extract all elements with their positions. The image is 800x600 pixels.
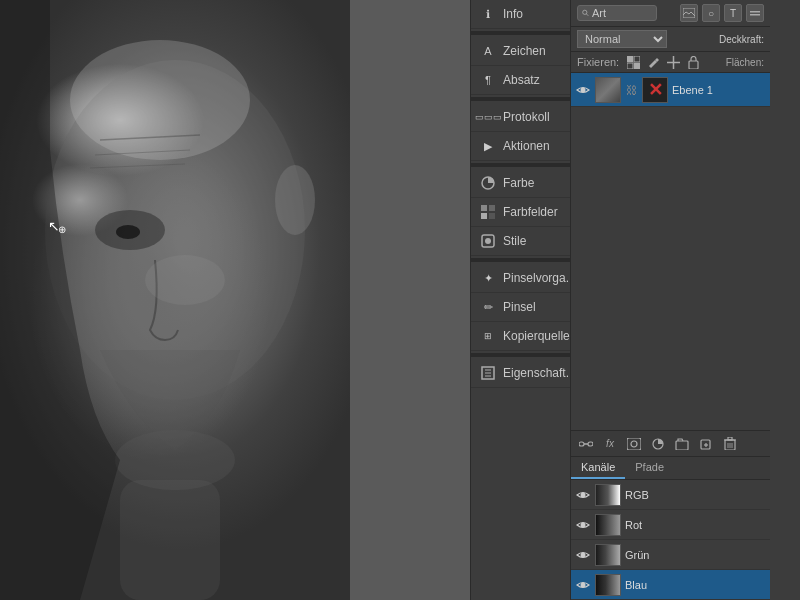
- flachen-label: Flächen:: [726, 57, 764, 68]
- channel-row-rgb[interactable]: RGB: [571, 480, 770, 510]
- text-icon-btn[interactable]: T: [724, 4, 742, 22]
- link-layers-button[interactable]: [575, 434, 597, 454]
- search-input[interactable]: [592, 7, 652, 19]
- blend-mode-select[interactable]: Normal: [577, 30, 667, 48]
- layer-visibility-toggle[interactable]: [575, 82, 591, 98]
- panel-item-pinselvorga[interactable]: ✦ Pinselvorga...: [471, 264, 570, 293]
- blau-visibility[interactable]: [575, 577, 591, 593]
- svg-rect-7: [120, 480, 220, 600]
- gruen-visibility[interactable]: [575, 547, 591, 563]
- rgb-thumbnail: [595, 484, 621, 506]
- image-icon-btn[interactable]: [680, 4, 698, 22]
- svg-rect-15: [489, 213, 495, 219]
- panel-item-protokoll[interactable]: ▭▭▭ Protokoll: [471, 103, 570, 132]
- circle-icon-btn[interactable]: ○: [702, 4, 720, 22]
- panel-item-stile[interactable]: Stile: [471, 227, 570, 256]
- fix-label: Fixieren:: [577, 56, 619, 68]
- search-icon: [582, 8, 589, 18]
- delete-layer-button[interactable]: [719, 434, 741, 454]
- gruen-label: Grün: [625, 549, 649, 561]
- face-overlay: [0, 0, 350, 600]
- layer-row[interactable]: ⛓ ✕ Ebene 1: [571, 73, 770, 107]
- pinselvorga-label: Pinselvorga...: [503, 271, 570, 285]
- separator-1: [471, 31, 570, 35]
- protokoll-label: Protokoll: [503, 110, 550, 124]
- svg-point-22: [583, 10, 587, 14]
- eigenschaft-label: Eigenschaft...: [503, 366, 570, 380]
- separator-3: [471, 163, 570, 167]
- svg-point-50: [581, 492, 586, 497]
- fix-row: Fixieren: Flächen:: [571, 52, 770, 73]
- svg-rect-26: [750, 14, 760, 16]
- kopierquelle-icon: ⊞: [479, 329, 497, 343]
- fix-brush-icon[interactable]: [645, 55, 661, 69]
- channel-row-blau[interactable]: Blau: [571, 570, 770, 600]
- svg-rect-12: [481, 205, 487, 211]
- eye-icon-rgb: [576, 490, 590, 500]
- eye-icon-gruen: [576, 550, 590, 560]
- fix-checkerboard-icon[interactable]: [625, 55, 641, 69]
- layer-spacer: [571, 107, 770, 430]
- middle-panel: ℹ Info A Zeichen ¶ Absatz ▭▭▭ Protokoll …: [470, 0, 570, 600]
- panel-item-pinsel[interactable]: ✏ Pinsel: [471, 293, 570, 322]
- fix-lock-icon[interactable]: [685, 55, 701, 69]
- pinsel-label: Pinsel: [503, 300, 536, 314]
- protokoll-icon: ▭▭▭: [479, 110, 497, 124]
- svg-point-34: [581, 87, 586, 92]
- info-label: Info: [503, 7, 523, 21]
- panel-item-farbe[interactable]: Farbe: [471, 169, 570, 198]
- fx-button[interactable]: fx: [599, 434, 621, 454]
- separator-4: [471, 258, 570, 262]
- svg-rect-36: [588, 442, 593, 446]
- svg-point-2: [275, 165, 315, 235]
- tab-pfade[interactable]: Pfade: [625, 457, 674, 479]
- blau-thumbnail: [595, 574, 621, 596]
- opacity-label: Deckkraft:: [719, 34, 764, 45]
- fix-icons: [625, 55, 701, 69]
- absatz-label: Absatz: [503, 73, 540, 87]
- layer-thumbnail: [595, 77, 621, 103]
- kopierquelle-label: Kopierquelle: [503, 329, 570, 343]
- top-icon-group: ○ T: [680, 4, 764, 22]
- tab-kanale[interactable]: Kanäle: [571, 457, 625, 479]
- panel-item-aktionen[interactable]: ▶ Aktionen: [471, 132, 570, 161]
- farbfelder-icon: [479, 205, 497, 219]
- channel-row-rot[interactable]: Rot: [571, 510, 770, 540]
- rot-label: Rot: [625, 519, 642, 531]
- rot-visibility[interactable]: [575, 517, 591, 533]
- search-box[interactable]: [577, 5, 657, 21]
- eye-icon: [576, 85, 590, 95]
- svg-point-1: [70, 40, 250, 160]
- farbe-icon: [479, 176, 497, 190]
- svg-rect-33: [689, 61, 698, 69]
- panel-item-absatz[interactable]: ¶ Absatz: [471, 66, 570, 95]
- adjustment-layer-button[interactable]: [647, 434, 669, 454]
- rgb-visibility[interactable]: [575, 487, 591, 503]
- group-layers-button[interactable]: [671, 434, 693, 454]
- settings-icon-btn[interactable]: [746, 4, 764, 22]
- svg-point-53: [581, 582, 586, 587]
- layer-name: Ebene 1: [672, 84, 713, 96]
- panel-item-kopierquelle[interactable]: ⊞ Kopierquelle: [471, 322, 570, 351]
- zeichen-icon: A: [479, 44, 497, 58]
- panel-item-zeichen[interactable]: A Zeichen: [471, 37, 570, 66]
- svg-rect-14: [481, 213, 487, 219]
- fix-position-icon[interactable]: [665, 55, 681, 69]
- add-mask-button[interactable]: [623, 434, 645, 454]
- svg-rect-27: [627, 56, 633, 62]
- panel-item-info[interactable]: ℹ Info: [471, 0, 570, 29]
- svg-rect-25: [750, 11, 760, 13]
- channel-row-gruen[interactable]: Grün: [571, 540, 770, 570]
- layer-chain-icon: ⛓: [626, 84, 637, 96]
- new-layer-button[interactable]: [695, 434, 717, 454]
- rot-thumbnail: [595, 514, 621, 536]
- pinsel-icon: ✏: [479, 300, 497, 314]
- aktionen-icon: ▶: [479, 139, 497, 153]
- svg-rect-28: [634, 56, 640, 62]
- channels-list: RGB Rot Grün: [571, 480, 770, 600]
- panel-item-eigenschaft[interactable]: Eigenschaft...: [471, 359, 570, 388]
- svg-rect-35: [579, 442, 584, 446]
- panel-item-farbfelder[interactable]: Farbfelder: [471, 198, 570, 227]
- stile-label: Stile: [503, 234, 526, 248]
- absatz-icon: ¶: [479, 73, 497, 87]
